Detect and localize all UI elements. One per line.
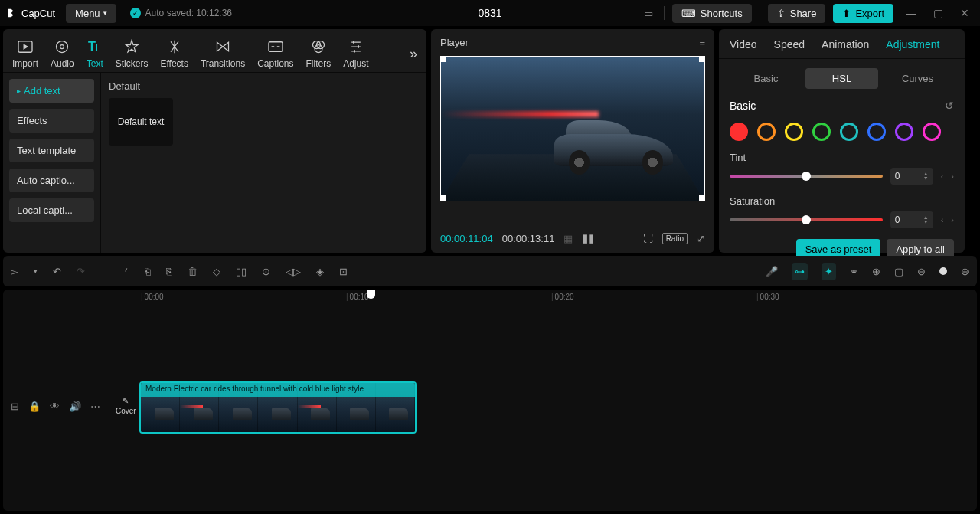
saturation-slider[interactable] xyxy=(730,218,883,221)
project-title: 0831 xyxy=(478,7,501,19)
visibility-icon[interactable]: 👁 xyxy=(50,401,60,412)
magnet-icon[interactable]: ⊶ xyxy=(792,263,808,280)
swatch-cyan[interactable] xyxy=(840,123,858,141)
playhead[interactable] xyxy=(371,290,371,511)
reset-icon[interactable]: ↺ xyxy=(945,100,954,112)
sidebar-item-effects[interactable]: Effects xyxy=(9,109,94,133)
selection-handle[interactable] xyxy=(440,195,446,201)
undo-icon[interactable]: ↶ xyxy=(53,266,61,277)
audio-icon xyxy=(54,38,70,55)
tab-video[interactable]: Video xyxy=(730,38,757,51)
tab-stickers[interactable]: Stickers xyxy=(109,35,155,72)
prev-icon[interactable]: ‹ xyxy=(941,215,944,224)
compare-icon[interactable]: ▦ xyxy=(564,233,573,244)
sidebar-item-add-text[interactable]: Add text xyxy=(9,79,94,103)
lock-icon[interactable]: 🔒 xyxy=(28,401,41,412)
adjust-icon xyxy=(348,38,364,55)
mic-icon[interactable]: 🎤 xyxy=(766,266,778,277)
subtab-hsl[interactable]: HSL xyxy=(805,68,878,89)
swatch-magenta[interactable] xyxy=(923,123,941,141)
swatch-green[interactable] xyxy=(812,123,831,141)
pause-button[interactable]: ▮▮ xyxy=(582,231,594,245)
svg-text:T: T xyxy=(88,39,96,53)
tab-speed[interactable]: Speed xyxy=(774,38,805,51)
video-preview[interactable] xyxy=(431,56,714,224)
scale-icon[interactable]: ⛶ xyxy=(643,233,653,244)
slider-thumb[interactable] xyxy=(802,215,811,224)
swatch-red[interactable] xyxy=(730,123,748,141)
cover-button[interactable]: ✎ Cover xyxy=(116,397,136,415)
tab-adjustment[interactable]: Adjustment xyxy=(886,38,939,51)
swatch-blue[interactable] xyxy=(867,123,886,141)
tint-value[interactable]: 0▲▼ xyxy=(890,168,933,185)
share-button[interactable]: ⇪ Share xyxy=(768,4,826,23)
more-icon[interactable]: ⋯ xyxy=(90,401,100,412)
selection-handle[interactable] xyxy=(699,56,705,62)
next-icon[interactable]: › xyxy=(951,172,954,181)
svg-point-1 xyxy=(57,41,68,53)
swatch-purple[interactable] xyxy=(895,123,913,141)
layout-icon[interactable]: ▭ xyxy=(641,8,656,19)
close-button[interactable]: ✕ xyxy=(956,7,974,19)
swatch-yellow[interactable] xyxy=(785,123,803,141)
sidebar-item-text-template[interactable]: Text template xyxy=(9,139,94,162)
video-clip[interactable]: Modern Electric car rides through tunnel… xyxy=(139,381,416,434)
tint-label: Tint xyxy=(730,152,954,163)
preview-icon[interactable]: ▢ xyxy=(894,266,903,277)
tab-captions[interactable]: Captions xyxy=(251,35,299,72)
saturation-value[interactable]: 0▲▼ xyxy=(890,211,933,228)
minimize-button[interactable]: — xyxy=(901,7,921,19)
tab-import[interactable]: Import xyxy=(6,35,44,72)
menu-button[interactable]: Menu▾ xyxy=(66,4,116,23)
selection-handle[interactable] xyxy=(699,195,705,201)
next-icon[interactable]: › xyxy=(951,215,954,224)
subtab-basic[interactable]: Basic xyxy=(730,68,802,89)
subtab-curves[interactable]: Curves xyxy=(881,68,954,89)
ratio-button[interactable]: Ratio xyxy=(662,233,688,244)
slider-thumb[interactable] xyxy=(802,172,811,181)
tab-filters[interactable]: Filters xyxy=(300,35,338,72)
timeline[interactable]: 00:00 00:10 00:20 00:30 ⊟ 🔒 👁 🔊 ⋯ ✎ Cove… xyxy=(3,290,977,511)
trim-right-icon[interactable]: ⎘ xyxy=(166,266,172,277)
default-text-thumb[interactable]: Default text xyxy=(109,98,173,146)
align-icon[interactable]: ⊕ xyxy=(872,266,880,277)
redo-icon[interactable]: ↷ xyxy=(77,266,85,277)
link-icon[interactable]: ⚭ xyxy=(850,266,858,277)
zoom-slider-thumb[interactable] xyxy=(939,267,947,275)
crop-icon[interactable]: ⊡ xyxy=(339,266,348,277)
tab-text[interactable]: TIText xyxy=(80,35,109,72)
tabs-more[interactable]: » xyxy=(403,40,423,68)
tab-transitions[interactable]: Transitions xyxy=(194,35,251,72)
mute-icon[interactable]: 🔊 xyxy=(69,401,81,412)
prev-icon[interactable]: ‹ xyxy=(941,172,944,181)
fullscreen-icon[interactable]: ⤢ xyxy=(697,233,705,244)
selection-tool-icon[interactable]: ▻ xyxy=(11,266,18,277)
tab-adjust[interactable]: Adjust xyxy=(337,35,374,72)
zoom-out-icon[interactable]: ⊖ xyxy=(917,266,926,277)
timeline-ruler[interactable]: 00:00 00:10 00:20 00:30 xyxy=(3,290,977,306)
tab-audio[interactable]: Audio xyxy=(44,35,80,72)
player-menu-icon[interactable]: ≡ xyxy=(699,37,705,48)
trim-left-icon[interactable]: ⎗ xyxy=(145,266,151,277)
zoom-in-icon[interactable]: ⊕ xyxy=(961,266,969,277)
tab-animation[interactable]: Animation xyxy=(822,38,869,51)
tab-effects[interactable]: Effects xyxy=(154,35,194,72)
tint-slider[interactable] xyxy=(730,175,883,178)
shortcuts-button[interactable]: ⌨ Shortcuts xyxy=(672,4,752,23)
mirror-icon[interactable]: ▯▯ xyxy=(236,266,247,277)
link-preview-icon[interactable]: ✦ xyxy=(822,263,836,280)
selection-handle[interactable] xyxy=(440,56,446,62)
speed-icon[interactable]: ⊙ xyxy=(262,266,270,277)
split-icon[interactable]: ⎖ xyxy=(123,266,129,277)
sidebar-item-local-captions[interactable]: Local capti... xyxy=(9,198,94,222)
swatch-orange[interactable] xyxy=(757,123,776,141)
export-button[interactable]: ⬆ Export xyxy=(833,4,893,23)
delete-icon[interactable]: 🗑 xyxy=(188,266,198,277)
selection-dropdown-icon[interactable]: ▾ xyxy=(34,267,38,275)
collapse-icon[interactable]: ⊟ xyxy=(11,401,19,412)
flip-icon[interactable]: ◁▷ xyxy=(286,266,301,277)
sidebar-item-auto-captions[interactable]: Auto captio... xyxy=(9,169,94,192)
crop-tool-icon[interactable]: ◇ xyxy=(213,266,220,277)
maximize-button[interactable]: ▢ xyxy=(929,7,948,19)
rotate-icon[interactable]: ◈ xyxy=(316,266,324,277)
